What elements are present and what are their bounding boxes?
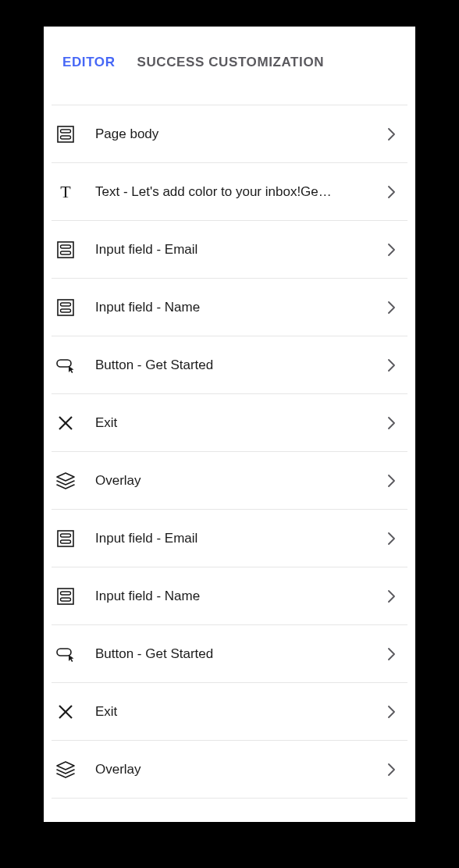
chevron-right-icon <box>384 242 400 258</box>
row-icon-wrap <box>55 759 76 781</box>
tabs: EDITOR SUCCESS CUSTOMIZATION <box>44 55 415 94</box>
element-row[interactable]: Overlay <box>52 452 407 510</box>
element-row[interactable]: Page body <box>52 105 407 163</box>
editor-panel: EDITOR SUCCESS CUSTOMIZATION Page bodyTT… <box>44 27 415 822</box>
element-row[interactable]: Overlay <box>52 741 407 799</box>
button-icon <box>55 644 76 664</box>
row-label: Button - Get Started <box>95 358 384 373</box>
element-row[interactable]: Button - Get Started <box>52 625 407 683</box>
row-label: Input field - Name <box>95 589 384 604</box>
element-row[interactable]: Button - Get Started <box>52 336 407 394</box>
element-row[interactable]: Input field - Name <box>52 567 407 625</box>
row-label: Exit <box>95 415 384 431</box>
chevron-right-icon <box>384 415 400 431</box>
row-icon-wrap <box>55 643 76 665</box>
row-label: Overlay <box>95 473 384 489</box>
row-label: Input field - Email <box>95 242 384 258</box>
row-icon-wrap: T <box>55 181 76 203</box>
layout-icon <box>55 124 76 144</box>
tab-success-customization[interactable]: SUCCESS CUSTOMIZATION <box>137 55 325 70</box>
row-icon-wrap <box>55 123 76 145</box>
element-row[interactable]: Exit <box>52 683 407 741</box>
close-icon <box>55 702 76 722</box>
layout-icon <box>55 297 76 318</box>
layers-icon <box>55 760 76 780</box>
row-label: Button - Get Started <box>95 646 384 662</box>
row-icon-wrap <box>55 354 76 376</box>
chevron-right-icon <box>384 473 400 489</box>
chevron-right-icon <box>384 184 400 200</box>
row-icon-wrap <box>55 412 76 434</box>
chevron-right-icon <box>384 300 400 315</box>
row-label: Overlay <box>95 762 384 777</box>
chevron-right-icon <box>384 646 400 662</box>
tab-editor[interactable]: EDITOR <box>62 55 116 70</box>
element-row[interactable]: Input field - Email <box>52 221 407 279</box>
row-icon-wrap <box>55 239 76 261</box>
row-label: Input field - Name <box>95 300 384 315</box>
row-label: Exit <box>95 704 384 720</box>
layers-icon <box>55 471 76 491</box>
element-list: Page bodyTText - Let's add color to your… <box>52 105 407 799</box>
row-label: Input field - Email <box>95 531 384 546</box>
text-icon: T <box>60 182 70 202</box>
row-icon-wrap <box>55 701 76 723</box>
chevron-right-icon <box>384 704 400 720</box>
row-label: Text - Let's add color to your inbox!Ge… <box>95 184 384 200</box>
layout-icon <box>55 528 76 549</box>
element-row[interactable]: Input field - Email <box>52 510 407 567</box>
close-icon <box>55 413 76 433</box>
chevron-right-icon <box>384 531 400 546</box>
button-icon <box>55 355 76 375</box>
layout-icon <box>55 240 76 260</box>
chevron-right-icon <box>384 762 400 777</box>
row-label: Page body <box>95 126 384 142</box>
row-icon-wrap <box>55 297 76 318</box>
element-row[interactable]: Input field - Name <box>52 279 407 336</box>
row-icon-wrap <box>55 470 76 492</box>
element-row[interactable]: Exit <box>52 394 407 452</box>
row-icon-wrap <box>55 528 76 550</box>
chevron-right-icon <box>384 126 400 142</box>
chevron-right-icon <box>384 358 400 373</box>
chevron-right-icon <box>384 589 400 604</box>
element-row[interactable]: TText - Let's add color to your inbox!Ge… <box>52 163 407 221</box>
layout-icon <box>55 586 76 607</box>
row-icon-wrap <box>55 585 76 607</box>
